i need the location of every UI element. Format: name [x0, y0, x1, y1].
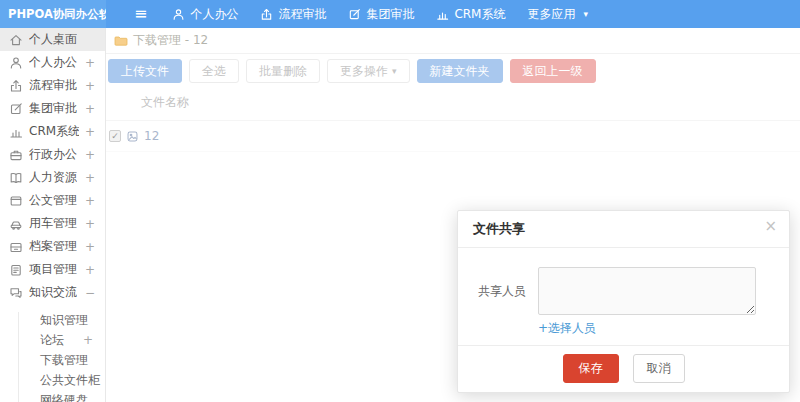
dialog-title: 文件共享: [473, 221, 525, 236]
sidebar-subitem-public-file-cabinet[interactable]: 公共文件柜: [0, 370, 105, 390]
sidebar-item-label: 个人办公: [29, 54, 77, 71]
sidebar-subitem-label: 论坛: [40, 332, 64, 349]
nav-item-more-apps[interactable]: 更多应用 ▾: [516, 0, 599, 28]
chart-icon: [9, 125, 23, 139]
check-icon: ✓: [111, 132, 119, 141]
briefcase-icon: [9, 148, 23, 162]
close-icon[interactable]: ×: [764, 217, 777, 235]
breadcrumb-text: 下载管理 - 12: [133, 32, 208, 49]
sidebar-item-human-resources[interactable]: 人力资源 +: [0, 166, 105, 189]
nav-item-label: 集团审批: [366, 6, 414, 23]
sidebar-subitem-label: 知识管理: [40, 312, 88, 329]
archive-icon: [9, 240, 23, 254]
expand-icon[interactable]: +: [85, 102, 95, 116]
sidebar-item-label: 个人桌面: [29, 31, 77, 48]
sidebar-subitem-label: 网络硬盘: [40, 392, 88, 402]
expand-icon[interactable]: +: [85, 263, 95, 277]
save-button[interactable]: 保存: [563, 354, 619, 383]
sidebar-item-label: 档案管理: [29, 238, 77, 255]
sidebar-item-admin-office[interactable]: 行政办公 +: [0, 143, 105, 166]
sidebar-item-label: 流程审批: [29, 77, 77, 94]
user-icon: [172, 8, 185, 21]
expand-icon[interactable]: +: [85, 217, 95, 231]
sidebar-subitem-label: 下载管理: [40, 352, 88, 369]
new-folder-button[interactable]: 新建文件夹: [417, 59, 503, 83]
sidebar-submenu: 知识管理 论坛 + 下载管理 公共文件柜 网络硬盘: [0, 304, 105, 402]
row-checkbox[interactable]: ✓: [109, 130, 121, 142]
nav-item-process-approval[interactable]: 流程审批: [249, 0, 337, 28]
sidebar-item-crm-system[interactable]: CRM系统 +: [0, 120, 105, 143]
select-personnel-row: +选择人员: [538, 320, 789, 337]
sidebar-item-label: 用车管理: [29, 215, 77, 232]
sidebar-item-label: 公文管理: [29, 192, 77, 209]
more-operations-button[interactable]: 更多操作 ▾: [327, 59, 410, 83]
expand-icon[interactable]: +: [85, 148, 95, 162]
expand-icon[interactable]: +: [85, 240, 95, 254]
expand-icon[interactable]: +: [85, 194, 95, 208]
sidebar-subitem-download-management[interactable]: 下载管理: [0, 350, 105, 370]
sidebar-item-personal-office[interactable]: 个人办公 +: [0, 51, 105, 74]
sidebar-item-vehicle-management[interactable]: 用车管理 +: [0, 212, 105, 235]
caret-down-icon: ▾: [392, 64, 397, 78]
batch-delete-button[interactable]: 批量删除: [246, 59, 320, 83]
user-icon: [9, 56, 23, 70]
nav-item-label: CRM系统: [454, 6, 505, 23]
cancel-button[interactable]: 取消: [633, 354, 685, 383]
share-personnel-input[interactable]: [538, 267, 756, 315]
expand-icon[interactable]: +: [85, 125, 95, 139]
collapse-icon[interactable]: −: [85, 286, 95, 300]
sidebar-item-knowledge-exchange[interactable]: 知识交流 −: [0, 281, 105, 304]
share-personnel-label: 共享人员: [478, 283, 526, 300]
nav-item-label: 个人办公: [190, 6, 238, 23]
sidebar-item-personal-desktop[interactable]: 个人桌面: [0, 28, 105, 51]
breadcrumb: 下载管理 - 12: [106, 28, 800, 54]
nav-item-crm-system[interactable]: CRM系统: [425, 0, 516, 28]
file-icon: [126, 130, 139, 143]
nav-item-label: 更多应用: [527, 6, 575, 23]
sidebar-item-process-approval[interactable]: 流程审批 +: [0, 74, 105, 97]
expand-icon[interactable]: +: [85, 79, 95, 93]
app-logo: PHPOA协同办公软件: [0, 0, 106, 28]
go-back-button[interactable]: 返回上一级: [510, 59, 596, 83]
file-name: 12: [144, 129, 159, 143]
sidebar-item-label: 行政办公: [29, 146, 77, 163]
sidebar-subitem-forum[interactable]: 论坛 +: [0, 330, 105, 350]
flow-icon: [260, 8, 273, 21]
nav-item-label: 流程审批: [278, 6, 326, 23]
dialog-body: 共享人员: [458, 248, 789, 315]
dialog-header: 文件共享 ×: [458, 211, 789, 248]
hamburger-menu-icon[interactable]: ≡: [134, 0, 147, 28]
book-icon: [9, 171, 23, 185]
sidebar-subitem-network-disk[interactable]: 网络硬盘: [0, 390, 105, 402]
toolbar: 上传文件 全选 批量删除 更多操作 ▾ 新建文件夹 返回上一级: [106, 54, 800, 83]
home-icon: [9, 33, 23, 47]
sidebar-item-archive-management[interactable]: 档案管理 +: [0, 235, 105, 258]
dialog-footer: 保存 取消: [458, 345, 789, 392]
nav-item-personal-office[interactable]: 个人办公: [161, 0, 249, 28]
edit-icon: [9, 102, 23, 116]
chart-icon: [436, 8, 449, 21]
more-operations-label: 更多操作: [340, 64, 388, 78]
sidebar-item-label: 项目管理: [29, 261, 77, 278]
select-all-button[interactable]: 全选: [189, 59, 239, 83]
table-row[interactable]: ✓ 12: [106, 121, 800, 152]
caret-down-icon: ▾: [583, 9, 588, 19]
top-navbar: PHPOA协同办公软件 ≡ 个人办公 流程审批 集团审批 CRM系统 更多应用 …: [0, 0, 800, 28]
sidebar-item-label: CRM系统: [29, 123, 79, 140]
car-icon: [9, 217, 23, 231]
flow-icon: [9, 79, 23, 93]
sidebar-subitem-knowledge-management[interactable]: 知识管理: [0, 310, 105, 330]
nav-menu: 个人办公 流程审批 集团审批 CRM系统 更多应用 ▾: [161, 0, 599, 28]
upload-file-button[interactable]: 上传文件: [108, 59, 182, 83]
sidebar-item-project-management[interactable]: 项目管理 +: [0, 258, 105, 281]
expand-icon[interactable]: +: [83, 333, 93, 347]
sidebar-item-label: 集团审批: [29, 100, 77, 117]
project-icon: [9, 263, 23, 277]
sidebar-item-group-approval[interactable]: 集团审批 +: [0, 97, 105, 120]
sidebar-item-document-management[interactable]: 公文管理 +: [0, 189, 105, 212]
expand-icon[interactable]: +: [85, 56, 95, 70]
select-personnel-link[interactable]: +选择人员: [538, 321, 596, 335]
expand-icon[interactable]: +: [85, 171, 95, 185]
nav-item-group-approval[interactable]: 集团审批: [337, 0, 425, 28]
sidebar: 个人桌面 个人办公 + 流程审批 + 集团审批 + CRM系统 + 行政办公 +: [0, 28, 106, 402]
